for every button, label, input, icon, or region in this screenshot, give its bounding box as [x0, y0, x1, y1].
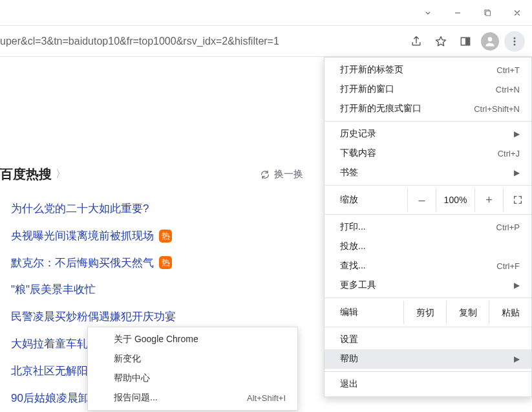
maximize-icon	[483, 8, 492, 17]
menu-more-tools[interactable]: 更多工具▶	[325, 276, 531, 295]
menu-zoom: 缩放 – 100% +	[325, 188, 531, 211]
edit-paste-button[interactable]: 粘贴	[489, 301, 531, 324]
svg-rect-4	[465, 38, 470, 45]
hot-link[interactable]: 央视曝光间谍离境前被抓现场	[11, 228, 154, 244]
zoom-in-button[interactable]: +	[474, 188, 503, 211]
hot-link[interactable]: 民警凌晨买炒粉偶遇嫌犯开庆功宴	[11, 309, 176, 325]
menu-separator	[325, 327, 531, 327]
sidepanel-button[interactable]	[453, 29, 478, 54]
svg-point-6	[514, 37, 516, 39]
zoom-out-button[interactable]: –	[407, 188, 436, 211]
url-text[interactable]: uper&cl=3&tn=baidutop10&fr=top1000&rsv_i…	[0, 36, 404, 47]
refresh-button[interactable]: 换一换	[260, 168, 303, 180]
hot-link[interactable]: "粮"辰美景丰收忙	[11, 282, 96, 298]
menu-cast[interactable]: 投放...	[325, 237, 531, 256]
person-icon	[484, 35, 496, 48]
menu-separator	[325, 371, 531, 372]
hot-link[interactable]: 90后姑娘凌晨卸	[11, 391, 89, 406]
help-about[interactable]: 关于 Google Chrome	[88, 330, 297, 349]
share-button[interactable]	[404, 29, 429, 54]
menu-help[interactable]: 帮助▶	[325, 349, 531, 369]
kebab-icon	[508, 35, 521, 48]
tab-dropdown-button[interactable]	[413, 0, 443, 26]
menu-separator	[325, 121, 531, 122]
minimize-icon	[453, 8, 462, 17]
chrome-menu-button[interactable]	[502, 29, 527, 54]
star-icon	[434, 35, 447, 48]
hot-badge: 热	[159, 230, 172, 243]
menu-incognito[interactable]: 打开新的无痕式窗口Ctrl+Shift+N	[325, 99, 531, 118]
help-submenu: 关于 Google Chrome 新变化 帮助中心 报告问题...Alt+Shi…	[87, 327, 298, 411]
menu-edit: 编辑 剪切 复制 粘贴	[325, 301, 531, 324]
share-icon	[410, 35, 423, 48]
bookmark-button[interactable]	[429, 29, 453, 54]
edit-copy-button[interactable]: 复制	[446, 301, 489, 324]
zoom-label: 缩放	[340, 194, 407, 206]
fullscreen-icon	[513, 195, 523, 205]
menu-print[interactable]: 打印...Ctrl+P	[325, 217, 531, 237]
hot-link[interactable]: 默克尔：不后悔购买俄天然气	[11, 255, 154, 271]
maximize-button[interactable]	[473, 0, 502, 26]
menu-separator	[325, 214, 531, 215]
menu-separator	[325, 298, 531, 298]
hot-title[interactable]: 百度热搜	[0, 166, 52, 183]
hot-link[interactable]: 北京社区无解阳	[11, 363, 88, 379]
help-whats-new[interactable]: 新变化	[88, 349, 297, 369]
chevron-right-icon: ▶	[514, 129, 520, 138]
chevron-down-icon	[423, 8, 432, 17]
menu-settings[interactable]: 设置	[325, 330, 531, 349]
edit-label: 编辑	[340, 307, 403, 318]
minimize-button[interactable]	[443, 0, 473, 26]
chevron-right-icon: ▶	[514, 281, 520, 290]
svg-point-7	[514, 40, 516, 42]
kebab-wrap	[504, 31, 525, 52]
hot-badge: 热	[159, 256, 172, 269]
avatar	[481, 32, 499, 50]
fullscreen-button[interactable]	[503, 188, 531, 211]
close-icon	[513, 8, 522, 17]
menu-new-window[interactable]: 打开新的窗口Ctrl+N	[325, 80, 531, 99]
hot-link[interactable]: 大妈拉着童车轧	[11, 336, 88, 352]
sidepanel-icon	[459, 35, 472, 48]
svg-rect-2	[486, 11, 491, 16]
chevron-right-icon: ▶	[514, 168, 520, 177]
svg-point-5	[488, 37, 493, 41]
window-titlebar	[0, 0, 532, 26]
refresh-label: 换一换	[274, 168, 303, 180]
menu-exit[interactable]: 退出	[325, 374, 531, 394]
menu-history[interactable]: 历史记录▶	[325, 124, 531, 144]
address-bar: uper&cl=3&tn=baidutop10&fr=top1000&rsv_i…	[0, 26, 532, 57]
chevron-right-icon: ▶	[514, 354, 520, 363]
refresh-icon	[260, 169, 270, 180]
help-report[interactable]: 报告问题...Alt+Shift+I	[88, 388, 297, 407]
menu-find[interactable]: 查找...Ctrl+F	[325, 256, 531, 276]
chevron-right-icon: 〉	[56, 168, 66, 181]
zoom-controls: – 100% +	[407, 188, 531, 211]
chrome-menu: 打开新的标签页Ctrl+T 打开新的窗口Ctrl+N 打开新的无痕式窗口Ctrl…	[324, 57, 532, 397]
menu-bookmarks[interactable]: 书签▶	[325, 163, 531, 182]
edit-cut-button[interactable]: 剪切	[403, 301, 446, 324]
menu-downloads[interactable]: 下载内容Ctrl+J	[325, 144, 531, 163]
close-button[interactable]	[502, 0, 532, 26]
menu-separator	[325, 185, 531, 186]
help-center[interactable]: 帮助中心	[88, 369, 297, 388]
menu-new-tab[interactable]: 打开新的标签页Ctrl+T	[325, 60, 531, 80]
profile-button[interactable]	[478, 29, 502, 54]
hot-link[interactable]: 为什么党的二十大如此重要?	[11, 201, 149, 217]
zoom-value: 100%	[436, 188, 474, 211]
svg-point-8	[514, 43, 516, 45]
